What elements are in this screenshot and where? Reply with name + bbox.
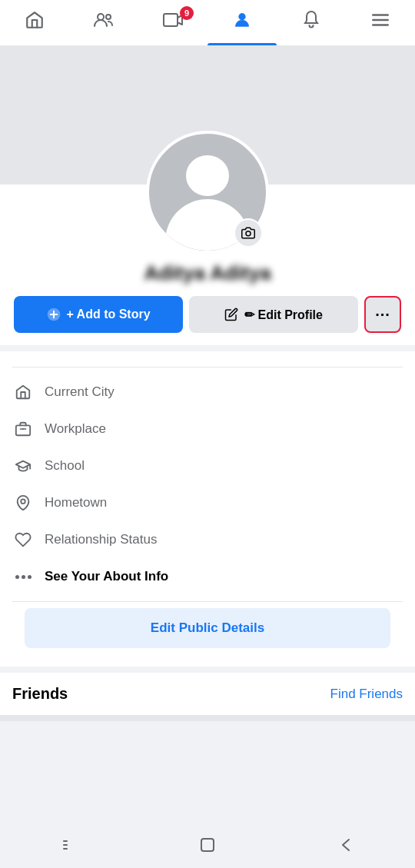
nav-profile[interactable]	[208, 0, 277, 45]
svg-point-8	[246, 231, 251, 236]
info-relationship: Relationship Status	[12, 521, 403, 558]
edit-profile-label: ✏ Edit Profile	[244, 308, 323, 322]
edit-public-details-button[interactable]: Edit Public Details	[25, 608, 390, 648]
relationship-icon	[12, 529, 34, 550]
info-school: School	[12, 447, 403, 484]
nav-menu[interactable]	[346, 0, 415, 45]
workplace-icon	[12, 418, 34, 440]
workplace-label: Workplace	[45, 421, 106, 437]
more-dots: ···	[375, 306, 390, 324]
school-icon	[12, 455, 34, 477]
divider-top	[12, 367, 403, 367]
bottom-nav-menu[interactable]	[50, 826, 88, 864]
info-section: Current City Workplace School	[0, 351, 415, 667]
profile-name: Aditya Aditya	[144, 261, 271, 285]
bell-icon	[302, 10, 320, 35]
divider-bottom	[12, 601, 403, 602]
bottom-nav-home[interactable]	[188, 826, 227, 864]
bottom-nav-back[interactable]	[327, 826, 365, 864]
action-buttons: + Add to Story ✏ Edit Profile ···	[11, 296, 404, 333]
nav-home[interactable]	[0, 0, 69, 45]
camera-button[interactable]	[234, 218, 263, 248]
about-info-label: See Your About Info	[45, 569, 168, 584]
profile-icon	[232, 10, 252, 35]
info-workplace: Workplace	[12, 411, 403, 447]
info-hometown: Hometown	[12, 484, 403, 521]
school-label: School	[45, 458, 85, 474]
top-navigation: 9	[0, 0, 415, 46]
bottom-navigation	[0, 822, 415, 868]
svg-point-1	[106, 15, 111, 19]
svg-point-0	[98, 14, 104, 20]
svg-rect-2	[164, 14, 178, 26]
avatar-wrapper	[146, 131, 269, 254]
friends-icon	[93, 10, 115, 35]
dots-icon	[12, 566, 34, 587]
home-city-icon	[12, 381, 34, 403]
gray-divider	[0, 715, 415, 721]
find-friends-link[interactable]: Find Friends	[330, 687, 403, 702]
add-to-story-button[interactable]: + Add to Story	[14, 296, 183, 333]
hometown-icon	[12, 492, 34, 514]
svg-rect-12	[16, 425, 30, 435]
profile-section: Aditya Aditya + Add to Story ✏ Edit Prof…	[0, 185, 415, 345]
video-badge: 9	[180, 6, 194, 20]
svg-point-15	[21, 499, 25, 504]
nav-friends[interactable]	[69, 0, 138, 45]
info-about[interactable]: See Your About Info	[12, 558, 403, 595]
more-options-button[interactable]: ···	[364, 296, 401, 333]
info-current-city: Current City	[12, 374, 403, 411]
relationship-label: Relationship Status	[45, 532, 157, 547]
svg-rect-19	[201, 839, 214, 851]
nav-video[interactable]: 9	[138, 0, 208, 45]
menu-icon	[370, 10, 390, 35]
edit-public-label: Edit Public Details	[151, 620, 264, 636]
edit-profile-button[interactable]: ✏ Edit Profile	[189, 296, 358, 333]
avatar-head	[186, 155, 229, 196]
hometown-label: Hometown	[45, 495, 107, 510]
add-to-story-label: + Add to Story	[66, 308, 150, 321]
friends-section: Friends Find Friends	[0, 673, 415, 715]
home-icon	[25, 10, 45, 35]
nav-notifications[interactable]	[277, 0, 346, 45]
svg-point-4	[239, 13, 246, 20]
friends-title: Friends	[12, 685, 68, 703]
current-city-label: Current City	[45, 384, 115, 400]
